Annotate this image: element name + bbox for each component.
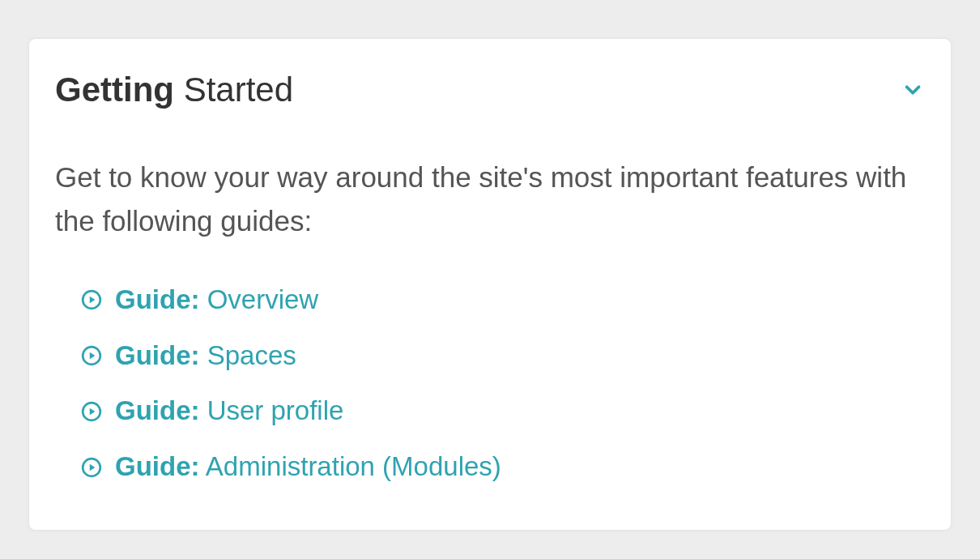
guide-title: Overview (200, 284, 319, 314)
panel-title: Getting Started (55, 71, 293, 109)
svg-marker-7 (90, 463, 96, 471)
guide-link-administration[interactable]: Guide: Administration (Modules) (81, 450, 925, 484)
svg-marker-5 (90, 408, 96, 416)
guide-prefix: Guide: (115, 340, 200, 370)
guide-prefix: Guide: (115, 395, 200, 425)
guide-link-user-profile[interactable]: Guide: User profile (81, 394, 925, 429)
svg-marker-1 (90, 297, 96, 304)
guide-link-overview[interactable]: Guide: Overview (81, 283, 925, 318)
play-circle-icon (81, 289, 102, 310)
play-circle-icon (81, 401, 102, 422)
guide-prefix: Guide: (115, 284, 200, 314)
play-circle-icon (81, 457, 102, 478)
panel-description: Get to know your way around the site's m… (55, 156, 925, 244)
guide-prefix: Guide: (115, 451, 200, 481)
guide-text: Guide: User profile (115, 394, 343, 429)
panel-title-bold: Getting (55, 70, 174, 109)
guide-text: Guide: Spaces (115, 339, 296, 373)
getting-started-panel: Getting Started Get to know your way aro… (29, 39, 951, 530)
panel-title-light: Started (174, 70, 293, 109)
guide-title: Administration (Modules) (200, 451, 501, 481)
panel-heading: Getting Started (55, 71, 925, 109)
guide-text: Guide: Overview (115, 283, 318, 318)
guide-link-spaces[interactable]: Guide: Spaces (81, 339, 925, 373)
play-circle-icon (81, 345, 102, 366)
guide-list: Guide: Overview Guide: Spaces Guide: Use… (55, 283, 925, 485)
chevron-down-icon[interactable] (901, 78, 925, 102)
guide-title: User profile (200, 395, 344, 425)
svg-marker-3 (90, 352, 96, 360)
guide-text: Guide: Administration (Modules) (115, 450, 501, 484)
guide-title: Spaces (200, 340, 296, 370)
